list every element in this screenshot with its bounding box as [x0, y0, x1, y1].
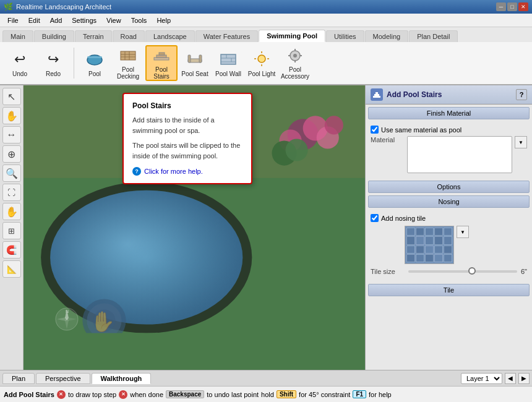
layer-next-button[interactable]: ▶ [518, 373, 530, 384]
tooltip-title: Pool Stairs [132, 101, 242, 110]
app-title: Realtime Landscaping Architect [16, 3, 111, 11]
tab-main[interactable]: Main [2, 30, 33, 42]
svg-rect-2 [121, 51, 135, 60]
pool-accessory-icon [285, 46, 305, 65]
tab-road[interactable]: Road [113, 30, 145, 42]
tab-plan[interactable]: Plan [2, 373, 35, 384]
tab-landscape[interactable]: Landscape [145, 30, 195, 42]
tab-plan-detail[interactable]: Plan Detail [409, 30, 458, 42]
pool-seat-label: Pool Seat [181, 71, 208, 77]
tooltip-help-link[interactable]: ? Click for more help. [132, 167, 242, 176]
titlebar: 🌿 Realtime Landscaping Architect ─ □ ✕ [0, 0, 532, 14]
pool-wall-label: Pool Wall [215, 71, 241, 77]
tile-size-thumb[interactable] [468, 267, 476, 275]
menu-view[interactable]: View [101, 15, 126, 25]
pool-decking-icon [118, 46, 138, 65]
menu-file[interactable]: File [2, 15, 24, 25]
svg-rect-11 [188, 55, 191, 62]
status-desc3: to undo last point [207, 391, 259, 398]
svg-point-41 [325, 116, 343, 134]
svg-text:N: N [66, 309, 69, 314]
tile-header[interactable]: Tile [368, 284, 530, 296]
pool-light-label: Pool Light [248, 71, 275, 77]
nosing-tile-dropdown[interactable]: ▼ [457, 226, 469, 238]
menu-edit[interactable]: Edit [24, 15, 45, 25]
tool-select[interactable]: ↖ [2, 88, 21, 105]
tool-rotate[interactable]: ↔ [2, 126, 21, 143]
tool-grid[interactable]: ⊞ [2, 222, 21, 239]
tab-modeling[interactable]: Modeling [365, 30, 409, 42]
svg-rect-60 [374, 94, 379, 96]
tab-water-features[interactable]: Water Features [195, 30, 258, 42]
tool-angle[interactable]: 📐 [2, 260, 21, 278]
status-desc2: when done [130, 391, 163, 398]
layer-prev-button[interactable]: ◀ [505, 373, 516, 384]
tab-utilities[interactable]: Utilities [326, 30, 364, 42]
svg-rect-61 [375, 92, 378, 94]
undo-button[interactable]: ↩ Undo [4, 45, 36, 81]
tab-terrain[interactable]: Terrain [75, 30, 112, 42]
pool-decking-button[interactable]: Pool Decking [112, 45, 144, 81]
pool-light-button[interactable]: Pool Light [246, 45, 278, 81]
nosing-tile-area: ▼ [405, 226, 527, 264]
menu-settings[interactable]: Settings [67, 15, 101, 25]
status-shift-key: Shift [277, 390, 296, 398]
pool-icon [85, 49, 105, 69]
use-same-material-checkbox[interactable] [371, 126, 379, 134]
pool-wall-button[interactable]: Pool Wall [212, 45, 244, 81]
tab-walkthrough[interactable]: Walkthrough [92, 373, 152, 384]
menu-tools[interactable]: Tools [126, 15, 152, 25]
menubar: File Edit Add Settings View Tools Help [0, 14, 532, 27]
layer-dropdown[interactable]: Layer 1 Layer 2 [461, 373, 502, 384]
pool-light-icon [252, 49, 272, 69]
tile-preview-grid[interactable] [405, 226, 454, 264]
pool-stairs-button[interactable]: Pool Stairs [145, 45, 178, 81]
maximize-button[interactable]: □ [507, 2, 517, 11]
tool-hand[interactable]: ✋ [2, 203, 21, 220]
tool-zoom-area[interactable]: ⊕ [2, 145, 21, 163]
material-dropdown[interactable]: ▼ [515, 136, 527, 148]
menu-help[interactable]: Help [152, 15, 176, 25]
finish-material-header[interactable]: Finish Material [368, 107, 530, 119]
material-preview[interactable] [407, 136, 512, 173]
redo-label: Redo [46, 71, 61, 77]
tool-zoom[interactable]: 🔍 [2, 165, 21, 182]
tool-measure[interactable]: ⛶ [2, 184, 21, 201]
ribbon: ↩ Undo ↪ Redo Pool Pool Decking Pool Sta… [0, 42, 532, 85]
nosing-header[interactable]: Nosing [368, 195, 530, 208]
right-panel: Add Pool Stairs ? Finish Material Use sa… [365, 85, 532, 370]
tool-magnet[interactable]: 🧲 [2, 241, 21, 259]
svg-rect-9 [159, 53, 165, 55]
tooltip-body2: The pool stairs will be clipped to the i… [132, 140, 242, 161]
undo-label: Undo [12, 71, 27, 77]
pool-decking-label: Pool Decking [114, 66, 142, 80]
svg-point-44 [286, 139, 308, 161]
tab-perspective[interactable]: Perspective [36, 373, 90, 384]
pool-button[interactable]: Pool [79, 45, 111, 81]
tile-size-value: 6" [521, 268, 527, 275]
tab-swimming-pool[interactable]: Swimming Pool [259, 30, 325, 42]
pool-seat-button[interactable]: Pool Seat [179, 45, 211, 81]
svg-rect-1 [87, 56, 102, 58]
undo-icon: ↩ [10, 49, 30, 69]
redo-button[interactable]: ↪ Redo [37, 45, 69, 81]
panel-icon [371, 88, 383, 101]
pool-stairs-icon [152, 46, 171, 65]
status-action-label: Add Pool Stairs [4, 391, 54, 398]
options-header[interactable]: Options [368, 181, 530, 193]
tile-size-slider[interactable] [408, 270, 517, 273]
tooltip-body: Add stairs to the inside of a swimming p… [132, 115, 242, 161]
tool-pan[interactable]: ✋ [2, 107, 21, 124]
add-nosing-checkbox[interactable] [371, 214, 379, 222]
use-same-material-label: Use same material as pool [381, 126, 461, 134]
cursor-icon-2: ✕ [119, 390, 127, 399]
tooltip-popup: Pool Stairs Add stairs to the inside of … [122, 93, 252, 184]
minimize-button[interactable]: ─ [496, 2, 506, 11]
pool-accessory-button[interactable]: Pool Accessory [279, 45, 311, 81]
panel-finish-content: Use same material as pool Material ▼ [366, 121, 532, 178]
menu-add[interactable]: Add [45, 15, 67, 25]
panel-help-button[interactable]: ? [516, 89, 527, 100]
tile-size-label: Tile size [371, 268, 405, 275]
tab-building[interactable]: Building [34, 30, 74, 42]
close-button[interactable]: ✕ [518, 2, 528, 11]
